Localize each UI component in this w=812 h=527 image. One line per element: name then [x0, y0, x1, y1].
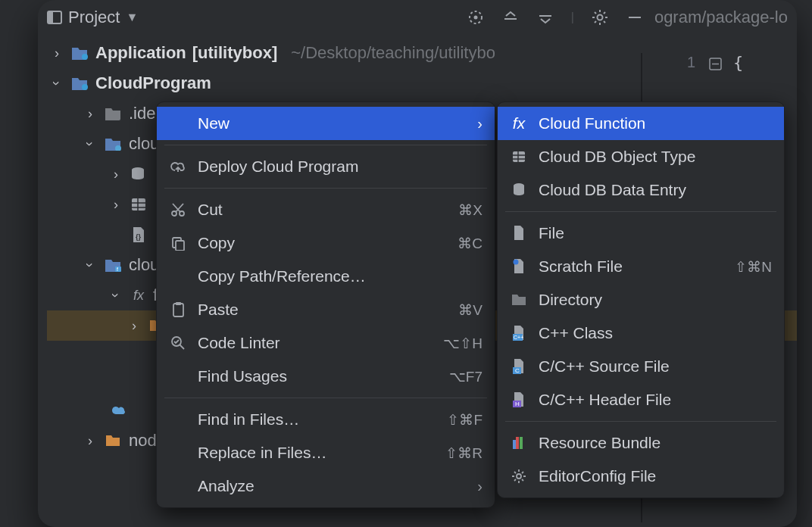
gear-icon[interactable]: [591, 8, 609, 27]
menu-label: Find Usages: [198, 367, 439, 385]
menu-item-paste[interactable]: Paste ⌘V: [157, 293, 495, 326]
menu-item-new[interactable]: New ›: [157, 107, 495, 140]
submenu-item-cpp-class[interactable]: C++ C++ Class: [498, 317, 784, 350]
chevron-right-icon[interactable]: ›: [83, 99, 97, 128]
db-icon: [129, 167, 148, 182]
svg-point-34: [517, 474, 521, 479]
menu-item-analyze[interactable]: Analyze ›: [157, 469, 495, 503]
dropdown-chevron-icon[interactable]: ▼: [126, 11, 138, 24]
menu-label: Cloud DB Object Type: [539, 148, 772, 166]
submenu-item-cloud-function[interactable]: fx Cloud Function: [498, 107, 784, 140]
menu-label: Copy Path/Reference…: [198, 267, 483, 285]
collapse-all-icon[interactable]: [536, 8, 554, 27]
menu-shortcut: ⇧⌘R: [445, 444, 483, 462]
chevron-down-icon[interactable]: ›: [76, 258, 105, 272]
fx-icon: fx: [510, 114, 528, 133]
cloud-upload-icon: [169, 160, 187, 173]
menu-shortcut: ⌘V: [458, 301, 483, 319]
copy-icon: [169, 235, 187, 251]
menu-item-findusages[interactable]: Find Usages ⌥F7: [157, 360, 495, 393]
file-icon: [510, 225, 528, 242]
svg-rect-1: [48, 11, 53, 23]
menu-label: C++ Class: [539, 324, 772, 342]
submenu-item-resource-bundle[interactable]: Resource Bundle: [498, 426, 784, 460]
editor-code: {: [733, 53, 743, 72]
project-pane-header[interactable]: Project ▼: [47, 8, 138, 27]
menu-shortcut: ⌥⇧H: [443, 335, 483, 352]
submenu-item-cpp-source[interactable]: C C/C++ Source File: [498, 350, 784, 383]
folder-icon: [510, 293, 528, 307]
svg-point-7: [82, 84, 88, 90]
menu-label: Resource Bundle: [539, 434, 772, 452]
tree-suffix: [utilitybox]: [192, 39, 277, 67]
submenu-item-scratch[interactable]: Scratch File ⇧⌘N: [498, 250, 784, 283]
svg-text:C++: C++: [514, 335, 523, 340]
menu-label: EditorConfig File: [539, 467, 772, 485]
chevron-down-icon[interactable]: ›: [76, 137, 105, 151]
scissors-icon: [169, 202, 187, 217]
tree-row-cloudprogram[interactable]: › CloudProgram: [47, 68, 797, 98]
menu-item-findfiles[interactable]: Find in Files… ⇧⌘F: [157, 403, 495, 436]
menu-label: Cloud Function: [539, 114, 772, 133]
menu-item-copy[interactable]: Copy ⌘C: [157, 226, 495, 260]
menu-shortcut: ⌘C: [458, 235, 483, 252]
menu-label: Cut: [198, 201, 448, 219]
svg-rect-33: [513, 440, 516, 449]
scratch-file-icon: [510, 258, 528, 275]
menu-item-replacefiles[interactable]: Replace in Files… ⇧⌘R: [157, 436, 495, 469]
chevron-right-icon[interactable]: ›: [109, 160, 123, 189]
folder-icon: f: [103, 257, 123, 273]
svg-rect-5: [629, 17, 641, 18]
minimize-icon[interactable]: [626, 8, 644, 27]
gear-icon: [510, 469, 528, 484]
menu-label: File: [539, 224, 772, 242]
menu-label: Analyze: [198, 477, 467, 495]
menu-label: Find in Files…: [198, 410, 436, 429]
chevron-right-icon[interactable]: ›: [50, 39, 64, 67]
new-submenu: fx Cloud Function Cloud DB Object Type C…: [497, 101, 785, 498]
db-table-icon: [129, 197, 148, 212]
svg-rect-18: [176, 241, 184, 251]
submenu-item-clouddb-dataentry[interactable]: Cloud DB Data Entry: [498, 173, 784, 207]
fold-icon[interactable]: [709, 58, 723, 71]
tree-label: nod: [129, 426, 157, 455]
chevron-down-icon[interactable]: ›: [42, 76, 71, 90]
svg-rect-22: [513, 151, 525, 162]
expand-all-icon[interactable]: [501, 8, 520, 27]
menu-label: C/C++ Header File: [539, 391, 772, 409]
menu-item-linter[interactable]: Code Linter ⌥⇧H: [157, 326, 495, 360]
svg-text:H: H: [515, 401, 520, 407]
chevron-right-icon[interactable]: ›: [127, 311, 141, 340]
submenu-item-directory[interactable]: Directory: [498, 283, 784, 317]
separator: [164, 398, 487, 398]
svg-point-3: [473, 16, 477, 20]
svg-text:C: C: [515, 367, 520, 374]
project-pane-icon: [47, 11, 62, 24]
resource-bundle-icon: [510, 435, 528, 451]
editor-tab-label[interactable]: ogram/package-lo: [654, 8, 788, 27]
target-icon[interactable]: [467, 8, 485, 27]
submenu-item-clouddb-objecttype[interactable]: Cloud DB Object Type: [498, 140, 784, 173]
chevron-down-icon[interactable]: ›: [102, 288, 130, 302]
menu-label: New: [198, 114, 467, 133]
menu-item-copypath[interactable]: Copy Path/Reference…: [157, 260, 495, 293]
separator: [505, 421, 776, 422]
tree-label: CloudProgram: [95, 69, 398, 98]
chevron-right-icon: ›: [477, 115, 483, 133]
menu-item-cut[interactable]: Cut ⌘X: [157, 193, 495, 226]
submenu-item-editorconfig[interactable]: EditorConfig File: [498, 460, 784, 493]
svg-rect-19: [173, 304, 183, 317]
cpp-class-icon: C++: [510, 325, 528, 341]
toolbar: Project ▼ | ogram/package-lo: [38, 0, 797, 35]
project-pane-title: Project: [68, 8, 120, 27]
menu-label: Directory: [539, 291, 772, 309]
separator: [164, 145, 487, 145]
menu-item-deploy[interactable]: Deploy Cloud Program: [157, 150, 495, 183]
separator: [164, 188, 487, 189]
tree-label: .ide: [129, 99, 155, 128]
folder-icon: [70, 45, 89, 61]
submenu-item-cpp-header[interactable]: H C/C++ Header File: [498, 383, 784, 416]
chevron-right-icon[interactable]: ›: [83, 426, 97, 455]
submenu-item-file[interactable]: File: [498, 217, 784, 250]
chevron-right-icon[interactable]: ›: [109, 190, 123, 219]
